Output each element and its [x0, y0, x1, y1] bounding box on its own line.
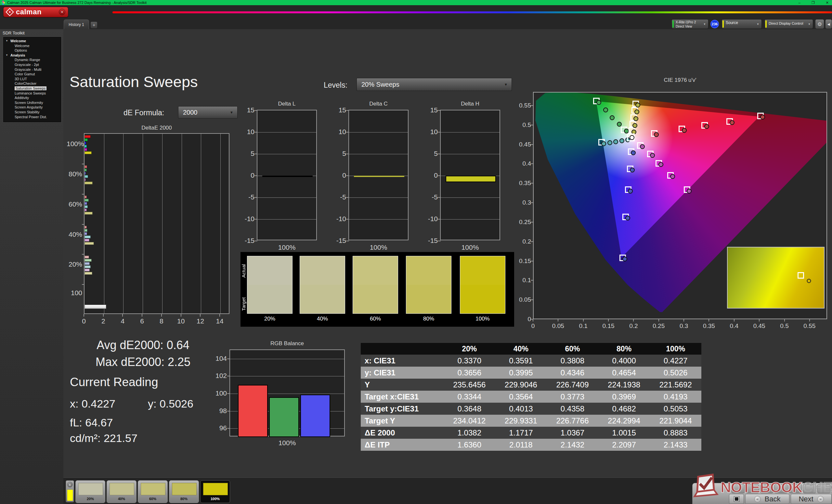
panel-collapse-icon[interactable]: ◀	[825, 19, 832, 29]
axis-tick	[255, 241, 257, 241]
minimize-button[interactable]: –	[799, 0, 801, 5]
delta-l-chart: Delta L 100% 151050-5-10-15	[242, 100, 333, 254]
table-cell: 226.7766	[547, 415, 598, 427]
sidebar-item-grayscale-2pt[interactable]: Grayscale - 2pt	[4, 62, 61, 67]
sidebar-item-label: Color Gamut	[15, 72, 35, 76]
sidebar-item-screen-angularity[interactable]: Screen Angularity	[4, 105, 61, 110]
axis-tick	[346, 175, 349, 176]
bar	[84, 169, 87, 171]
table-cell: 0.3995	[495, 367, 547, 379]
sidebar-item-screen-stability[interactable]: Screen Stability	[4, 110, 61, 115]
axis-tick-label: 0.15	[517, 257, 531, 265]
tab-history-1[interactable]: History 1	[64, 20, 89, 29]
axis-tick	[531, 222, 533, 222]
meter-dropdown[interactable]: X-Rite i1Pro 2 Direct View ▼	[672, 19, 708, 29]
axis-tick	[608, 319, 609, 321]
sidebar-item-screen-uniformity[interactable]: Screen Uniformity	[4, 100, 61, 105]
de-formula-value: 2000	[183, 109, 198, 116]
bar	[84, 178, 86, 181]
sidebar-item-luminance-sweeps[interactable]: Luminance Sweeps	[4, 91, 61, 96]
sidebar-item-color-gamut[interactable]: Color Gamut	[4, 72, 61, 77]
current-pattern-swatch[interactable]	[67, 489, 73, 501]
measured-circle-marker	[730, 120, 734, 125]
pattern-thumbnail-60%[interactable]: 60%	[138, 480, 168, 503]
chevron-down-icon: ▼	[757, 23, 759, 26]
table-cell: 0.5026	[650, 367, 701, 379]
target-swatch	[300, 285, 345, 313]
restore-button[interactable]: ❐	[811, 0, 815, 5]
sidebar-item-additivity[interactable]: Additivity	[4, 95, 61, 100]
table-cell: 224.1938	[598, 379, 650, 391]
table-cell: 0.4346	[547, 367, 598, 379]
calman-logo-button[interactable]: calman ▼	[3, 7, 68, 17]
bar	[84, 142, 86, 144]
chart-title: Delta L	[257, 101, 317, 107]
measured-circle-marker	[650, 153, 655, 158]
source-dropdown[interactable]: Source ▼	[722, 19, 762, 29]
swatch-20%	[247, 256, 292, 314]
levels-dropdown[interactable]: 20% Sweeps ▼	[357, 78, 512, 91]
bar	[84, 145, 87, 148]
levels-value: 20% Sweeps	[361, 81, 399, 88]
display-control-dropdown[interactable]: Direct Display Control ▼	[764, 19, 813, 29]
tree-expand-icon[interactable]: ▾	[6, 53, 7, 58]
display-control-label: Direct Display Control	[769, 22, 813, 25]
bar	[84, 226, 87, 229]
table-cell: 0.4227	[650, 355, 701, 367]
sidebar-item-label: Welcome	[15, 44, 30, 48]
scroll-up-icon[interactable]: ▲	[67, 482, 73, 487]
actual-swatch	[353, 256, 398, 285]
add-tab-button[interactable]: +	[90, 22, 98, 29]
tree-expand-icon[interactable]: ▾	[6, 39, 7, 44]
axis-tick-label: -15	[334, 237, 346, 245]
sidebar-item-3d-lut[interactable]: 3D LUT	[4, 77, 61, 82]
sidebar-item-welcome[interactable]: ▾Welcome	[4, 39, 61, 44]
swatch-label: 40%	[300, 316, 345, 322]
pattern-thumbnail-100%[interactable]: 100%	[200, 480, 230, 503]
table-cell: 0.3591	[495, 355, 547, 367]
de-formula-dropdown[interactable]: 2000 ▼	[178, 106, 238, 118]
sidebar-item-grayscale-multi[interactable]: Grayscale - Multi	[4, 67, 61, 72]
pattern-thumbnail-20%[interactable]: 20%	[75, 480, 105, 503]
sidebar-item-dynamic-range[interactable]: Dynamic Range	[4, 57, 61, 62]
table-column-header: 20%	[444, 343, 495, 355]
table-cell: 0.4682	[598, 403, 650, 415]
logo-menu-caret-icon[interactable]: ▼	[59, 9, 65, 15]
sidebar-item-analysis[interactable]: ▾Analysis	[4, 53, 61, 58]
table-cell: 235.6456	[444, 379, 495, 391]
axis-tick	[346, 219, 349, 220]
table-column-header: 100%	[650, 343, 701, 355]
sidebar-item-spectral-power-dist-[interactable]: Spectral Power Dist.	[4, 115, 61, 119]
chart-title: Delta H	[440, 101, 500, 107]
sidebar-item-saturation-sweeps[interactable]: Saturation Sweeps	[4, 86, 61, 91]
close-button[interactable]: ✕	[826, 0, 829, 5]
axis-tick-label: 0.4	[724, 323, 744, 330]
sidebar-item-label: Additivity	[15, 96, 29, 100]
axis-tick	[82, 254, 84, 255]
pattern-thumbnail-80%[interactable]: 80%	[169, 480, 199, 503]
table-row: ΔE 20001.03821.17171.03671.00150.8883	[361, 427, 701, 439]
delta-l-plot	[257, 110, 317, 240]
table-row-label: Y	[361, 379, 444, 391]
axis-tick	[83, 314, 84, 317]
meter-count-badge[interactable]: 236	[710, 20, 719, 28]
bar	[84, 208, 87, 212]
sidebar-item-welcome[interactable]: Welcome	[4, 44, 61, 48]
thumbnail-label: 80%	[169, 497, 199, 501]
pattern-thumbnail-40%[interactable]: 40%	[107, 480, 136, 503]
axis-tick-label: 0.1	[574, 323, 593, 330]
sidebar-item-colorchecker[interactable]: ColorChecker	[4, 81, 61, 86]
axis-tick	[200, 314, 201, 317]
axis-tick	[82, 194, 84, 195]
sidebar-item-label: Dynamic Range	[15, 58, 40, 62]
axis-tick-label: 104	[214, 355, 227, 362]
gridline	[123, 134, 124, 313]
gridline	[257, 197, 316, 198]
settings-gear-icon[interactable]: ⚙	[815, 19, 824, 29]
axis-tick	[531, 163, 533, 164]
sidebar: ◀ SDR Toolkit ▾WelcomeWelcomeOptions▾Ana…	[0, 19, 63, 504]
sidebar-item-options[interactable]: Options	[4, 48, 61, 53]
axis-tick	[438, 153, 441, 154]
axis-tick-label: 98	[214, 407, 227, 415]
measured-circle-marker	[617, 122, 622, 127]
